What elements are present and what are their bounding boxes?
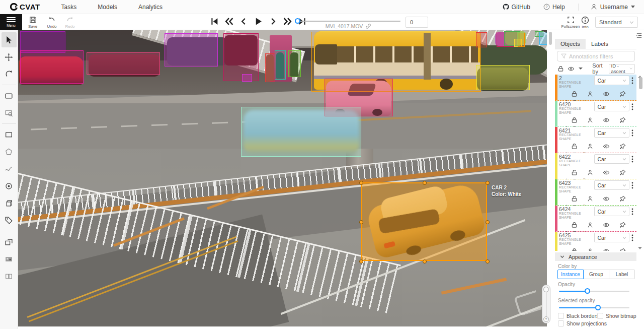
nav-tasks[interactable]: Tasks — [61, 4, 77, 11]
object-menu-button[interactable] — [629, 233, 635, 242]
nav-analytics[interactable]: Analytics — [138, 4, 163, 11]
lock-icon[interactable] — [570, 221, 578, 228]
occluded-icon[interactable] — [586, 90, 594, 97]
rotate-tool[interactable] — [2, 67, 17, 82]
hide-icon[interactable] — [602, 169, 610, 176]
link-icon[interactable] — [365, 23, 371, 29]
forward-button[interactable] — [282, 16, 292, 27]
object-label-select[interactable]: Car — [594, 154, 629, 164]
resize-handle[interactable] — [359, 181, 363, 185]
opacity-slider-handle[interactable] — [585, 288, 590, 294]
opacity-slider[interactable] — [559, 288, 629, 294]
occluded-icon[interactable] — [586, 221, 594, 228]
canvas-scrollbar-thumb[interactable] — [549, 32, 552, 45]
tab-labels[interactable]: Labels — [586, 39, 614, 49]
object-list-item[interactable]: 6423 RECTANGLE SHAPE Car Details — [555, 179, 636, 206]
black-borders-checkbox[interactable]: Black borders — [558, 313, 599, 319]
help-link[interactable]: ? Help — [543, 4, 565, 11]
github-link[interactable]: GitHub — [503, 4, 530, 11]
object-list-item[interactable]: 6422 RECTANGLE SHAPE Car Details — [555, 153, 636, 179]
occluded-icon[interactable] — [586, 116, 594, 123]
object-list-item[interactable]: 6421 RECTANGLE SHAPE Car Details — [555, 127, 636, 153]
resize-handle[interactable] — [359, 259, 363, 264]
hide-icon[interactable] — [602, 221, 610, 228]
object-menu-button[interactable] — [629, 180, 635, 190]
lock-icon[interactable] — [570, 116, 578, 123]
draw-polyline-tool[interactable] — [2, 161, 17, 176]
undo-button[interactable]: Undo — [44, 15, 59, 30]
bbox-magenta-small[interactable] — [242, 74, 252, 82]
nav-models[interactable]: Models — [98, 4, 117, 11]
object-menu-button[interactable] — [629, 154, 635, 164]
appearance-header[interactable]: Appearance — [555, 252, 636, 261]
bbox-blue-car[interactable] — [241, 107, 361, 157]
bbox-crimson-mid[interactable] — [223, 33, 259, 81]
tab-objects[interactable]: Objects — [555, 39, 586, 49]
sort-select[interactable]: ID - ascent — [609, 64, 635, 74]
frame-number-input[interactable] — [406, 17, 428, 28]
pin-icon[interactable] — [618, 247, 626, 251]
group-tool[interactable] — [2, 251, 17, 267]
resize-handle[interactable] — [423, 181, 427, 185]
hide-icon[interactable] — [602, 90, 610, 97]
bbox-orange-tiny[interactable] — [518, 33, 525, 47]
next-frame-button[interactable] — [268, 16, 278, 27]
bbox-purple-car[interactable] — [20, 31, 65, 53]
hide-icon[interactable] — [602, 195, 610, 202]
color-by-group[interactable]: Group — [584, 270, 609, 279]
bbox-person-teal[interactable] — [275, 50, 286, 80]
object-label-select[interactable]: Car — [594, 207, 629, 216]
draw-cuboid-tool[interactable] — [2, 195, 17, 211]
redo-button[interactable]: Redo — [62, 15, 77, 30]
object-list-item[interactable]: 2 RECTANGLE SHAPE Car Details — [555, 75, 636, 101]
draw-rectangle-tool[interactable] — [2, 127, 17, 142]
resize-handle[interactable] — [359, 220, 363, 224]
sidebar-collapse-button[interactable] — [636, 32, 642, 40]
object-menu-button[interactable] — [629, 207, 635, 216]
resize-handle[interactable] — [486, 259, 490, 264]
user-menu[interactable]: Username — [578, 4, 635, 11]
occluded-icon[interactable] — [586, 195, 594, 202]
annotations-filter-input[interactable]: Annotations filters — [557, 51, 635, 61]
object-menu-button[interactable] — [629, 102, 635, 111]
expand-all-button[interactable] — [577, 65, 585, 72]
move-tool[interactable] — [2, 49, 17, 64]
occluded-icon[interactable] — [586, 247, 594, 251]
show-projections-checkbox[interactable]: Show projections — [558, 320, 607, 326]
bbox-person-red[interactable] — [265, 53, 275, 82]
cvat-logo[interactable]: CVAT — [10, 3, 40, 11]
frame-slider-handle[interactable] — [295, 18, 300, 24]
bbox-cyan-tiny[interactable] — [539, 32, 547, 45]
bbox-magenta-mid[interactable] — [165, 33, 218, 67]
setup-tag-tool[interactable] — [2, 213, 17, 228]
color-by-label-option[interactable]: Label — [609, 270, 635, 279]
canvas-zoom-slider[interactable]: + — [542, 285, 550, 323]
lock-icon[interactable] — [570, 90, 578, 97]
split-tool[interactable] — [2, 269, 17, 284]
color-by-instance[interactable]: Instance — [557, 270, 584, 279]
object-label-select[interactable]: Car — [594, 76, 629, 85]
bbox-person-green[interactable] — [288, 50, 301, 77]
lock-all-button[interactable] — [557, 65, 565, 72]
hide-all-button[interactable] — [568, 65, 575, 72]
draw-polygon-tool[interactable] — [2, 144, 17, 159]
backward-button[interactable] — [224, 16, 234, 27]
canvas-zoom-slider-handle[interactable] — [543, 287, 549, 292]
selected-opacity-slider-handle[interactable] — [595, 305, 601, 310]
hide-icon[interactable] — [602, 116, 610, 123]
canvas-zoom-plus-button[interactable]: + — [543, 316, 549, 322]
annotation-canvas[interactable]: CAR 2 Color: White — [18, 30, 547, 326]
object-list-item[interactable]: 6420 RECTANGLE SHAPE Car Details — [555, 101, 636, 127]
object-label-select[interactable]: Car — [594, 128, 629, 138]
object-label-select[interactable]: Car — [594, 180, 629, 190]
bbox-red-small[interactable] — [476, 32, 487, 47]
list-scroll-down-button[interactable] — [638, 247, 642, 249]
hide-icon[interactable] — [602, 247, 610, 251]
play-button[interactable] — [253, 16, 263, 27]
occluded-icon[interactable] — [586, 169, 594, 176]
pin-icon[interactable] — [618, 195, 626, 202]
object-list-item[interactable]: 6425 RECTANGLE SHAPE Car Details — [555, 232, 636, 251]
bbox-selected-car-2[interactable] — [361, 182, 487, 261]
show-bitmap-checkbox[interactable]: Show bitmap — [597, 313, 636, 319]
bbox-dark-sedan[interactable] — [87, 52, 160, 75]
